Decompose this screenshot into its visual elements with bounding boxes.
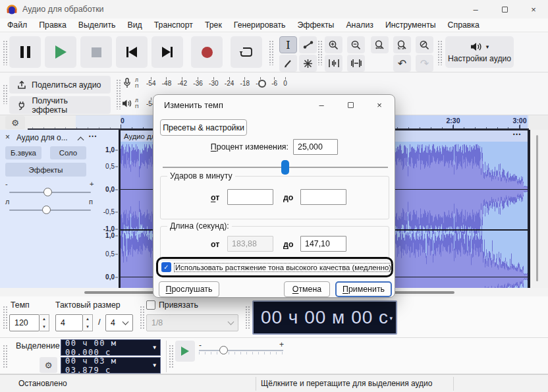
undo-button[interactable]: ↶ — [393, 55, 411, 72]
speed-slider-thumb[interactable] — [219, 346, 228, 354]
envelope-tool-button[interactable] — [299, 36, 317, 53]
track-name[interactable]: Аудио для о... — [16, 133, 68, 142]
selection-end-value[interactable]: 00 ч 03 м 03.879 с — [65, 356, 153, 375]
toolbar-grip[interactable] — [3, 40, 7, 65]
quality-checkbox[interactable]: ✓ — [161, 262, 171, 272]
trim-outside-selection-button[interactable] — [325, 55, 342, 72]
length-to-input[interactable] — [300, 236, 346, 252]
track-collapse-icon[interactable] — [78, 137, 84, 144]
stop-button[interactable] — [80, 36, 112, 68]
skip-to-start-button[interactable] — [116, 36, 148, 68]
draw-tool-button[interactable] — [279, 55, 297, 72]
selection-start-value[interactable]: 00 ч 00 м 00.000 с — [65, 339, 153, 357]
menu-item-5[interactable]: Трек — [199, 20, 228, 30]
menu-item-4[interactable]: Транспорт — [148, 20, 199, 30]
zoom-fit-project-button[interactable] — [393, 36, 411, 53]
dropdown-icon[interactable]: ▼ — [153, 362, 156, 368]
zoom-out-button[interactable] — [347, 36, 365, 53]
bpm-from-input[interactable] — [227, 189, 273, 205]
toolbar-grip[interactable] — [3, 345, 7, 368]
track-overflow-button[interactable]: ⋯ — [512, 129, 521, 139]
speed-slider-track[interactable] — [199, 350, 283, 351]
toolbar-grip[interactable] — [116, 79, 121, 109]
get-effects-button[interactable]: Получить эффекты — [9, 96, 111, 114]
menu-item-2[interactable]: Выделить — [72, 20, 122, 30]
toolbar-grip[interactable] — [3, 306, 7, 329]
recording-meter[interactable]: -54-48-42-36-30-24-18-12-60 — [146, 77, 287, 87]
cancel-button[interactable]: Отмена — [284, 281, 330, 297]
toolbar-grip[interactable] — [169, 345, 173, 368]
skip-to-end-button[interactable] — [151, 36, 183, 68]
solo-button[interactable]: Соло — [50, 146, 86, 159]
redo-button[interactable]: ↷ — [416, 55, 433, 72]
timesig-lower-combo[interactable]: 4 — [105, 314, 133, 331]
audio-position-value[interactable]: 00 ч 00 м 00 с — [261, 307, 389, 328]
pause-button[interactable] — [9, 36, 41, 68]
tempo-spin-arrows[interactable]: ▲▼ — [40, 314, 49, 331]
vertical-scrollbar[interactable] — [530, 130, 548, 288]
multi-tool-button[interactable] — [299, 55, 317, 72]
menu-item-6[interactable]: Генерировать — [228, 20, 292, 30]
selection-tool-button[interactable]: I — [279, 36, 297, 53]
gain-slider-thumb[interactable] — [43, 188, 52, 196]
menu-item-0[interactable]: Файл — [1, 20, 33, 30]
presets-settings-button[interactable]: Пресеты & настройки — [160, 119, 247, 136]
snap-checkbox[interactable] — [146, 300, 155, 310]
zoom-in-button[interactable] — [325, 36, 342, 53]
track-close-button[interactable]: × — [5, 132, 10, 142]
dialog-close-button[interactable]: × — [368, 96, 391, 115]
toolbar-grip[interactable] — [269, 40, 273, 65]
toolbar-grip[interactable] — [3, 84, 7, 104]
share-audio-button[interactable]: Поделиться аудио — [9, 76, 111, 94]
bpm-to-input[interactable] — [300, 189, 346, 205]
selection-options-button[interactable]: ⚙ — [40, 357, 57, 373]
timeline-options-button[interactable]: ⚙ — [5, 116, 25, 129]
snap-checkbox-row[interactable]: Привязать — [146, 300, 198, 310]
percent-slider-track[interactable] — [163, 167, 388, 168]
zoom-selection-button[interactable] — [371, 36, 389, 53]
dialog-minimize-button[interactable]: – — [310, 96, 333, 115]
tempo-spinner[interactable]: 120 ▲▼ — [9, 314, 49, 331]
vertical-scrollbar-thumb[interactable] — [536, 135, 538, 281]
toolbar-grip[interactable] — [317, 40, 322, 65]
track-effects-button[interactable]: Эффекты — [5, 163, 86, 177]
pan-slider-thumb[interactable] — [42, 206, 51, 214]
menu-item-8[interactable]: Анализ — [340, 20, 379, 30]
recording-volume-knob[interactable] — [258, 80, 266, 88]
preview-button[interactable]: Прослушать — [159, 281, 219, 297]
window-maximize-button[interactable] — [490, 0, 519, 18]
apply-button[interactable]: Применить — [335, 281, 392, 297]
window-minimize-button[interactable]: – — [461, 0, 490, 18]
caret-down-icon[interactable]: ▾ — [389, 315, 393, 322]
zoom-toggle-button[interactable] — [416, 36, 433, 53]
dropdown-icon[interactable]: ▼ — [153, 345, 156, 350]
record-button[interactable] — [191, 36, 223, 68]
selection-start-field[interactable]: 00 ч 00 м 00.000 с ▼ — [61, 339, 161, 356]
audio-position-display[interactable]: 00 ч 00 м 00 с ▾ — [252, 300, 397, 335]
timesig-upper-value[interactable]: 4 — [55, 314, 83, 331]
mute-button[interactable]: Б.звука — [5, 146, 41, 159]
percent-slider-thumb[interactable] — [281, 160, 289, 175]
vertical-scale-ruler[interactable]: 1,00,50,0-0,5-1,01,00,50,0 — [100, 130, 119, 288]
tempo-value[interactable]: 120 — [9, 314, 40, 331]
menu-item-10[interactable]: Справка — [442, 20, 485, 30]
play-button[interactable] — [45, 36, 76, 68]
silence-selection-button[interactable] — [347, 55, 365, 72]
play-at-speed-button[interactable] — [175, 341, 195, 362]
track-menu-button[interactable]: ⋯ — [88, 131, 97, 141]
dialog-titlebar[interactable]: Изменить темп – × — [153, 95, 395, 115]
menu-item-9[interactable]: Инструменты — [379, 20, 442, 30]
audio-setup-button[interactable]: ▾ Настройки аудио — [445, 36, 514, 68]
toolbar-grip[interactable] — [437, 40, 442, 65]
menu-item-7[interactable]: Эффекты — [292, 20, 341, 30]
menu-item-3[interactable]: Вид — [122, 20, 148, 30]
toolbar-grip[interactable] — [140, 306, 144, 329]
window-close-button[interactable]: × — [519, 0, 548, 18]
loop-button[interactable] — [231, 36, 262, 68]
timesig-upper-spinner[interactable]: 4 ▲▼ — [55, 314, 93, 331]
toolbar-grip[interactable] — [245, 306, 250, 329]
percent-change-input[interactable] — [293, 139, 338, 155]
selection-end-field[interactable]: 00 ч 03 м 03.879 с ▼ — [61, 357, 161, 374]
timesig-spin-arrows[interactable]: ▲▼ — [83, 314, 93, 331]
menu-item-1[interactable]: Правка — [33, 20, 72, 30]
